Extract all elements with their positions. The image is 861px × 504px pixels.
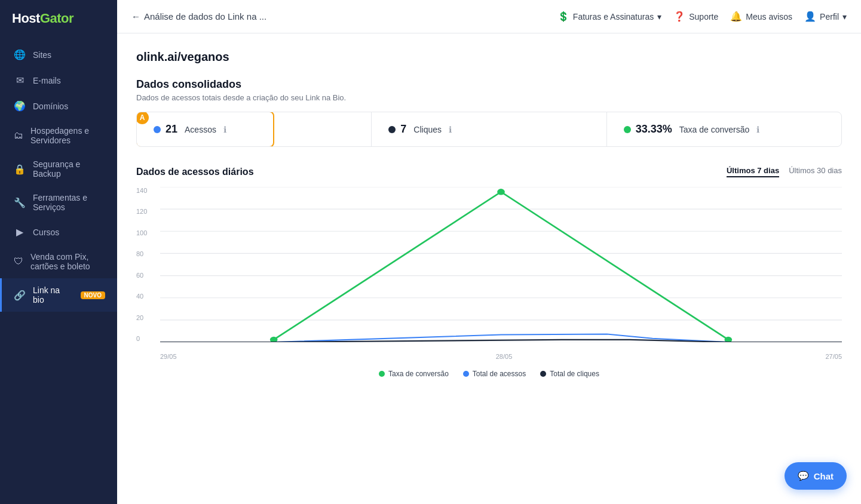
- chart-area: 140 120 100 80 60 40 20 0: [136, 187, 842, 360]
- seguranca-icon: 🔒: [14, 164, 26, 175]
- sidebar-item-label: Venda com Pix, cartões e boleto: [30, 252, 105, 271]
- legend-cliques: Total de cliques: [540, 370, 599, 378]
- sidebar-item-label: Sites: [33, 50, 51, 60]
- acessos-dot: [154, 126, 161, 133]
- legend-conversao: Taxa de conversão: [379, 370, 449, 378]
- x-label-27: 27/05: [825, 353, 842, 360]
- page-url: olink.ai/veganos: [136, 50, 842, 64]
- acessos-label: Acessos: [185, 125, 216, 134]
- legend-dot-conversao: [379, 371, 385, 377]
- legend-label-cliques: Total de cliques: [550, 370, 599, 378]
- question-icon: ❓: [673, 11, 685, 22]
- stat-card-conversao: 33.33% Taxa de conversão ℹ: [607, 112, 841, 146]
- novo-badge: NOVO: [81, 291, 105, 299]
- suporte-label: Suporte: [689, 12, 718, 21]
- stat-card-acessos: 21 Acessos ℹ: [137, 112, 372, 146]
- acessos-value: 21: [166, 123, 177, 136]
- faturas-chevron-icon: ▾: [657, 12, 661, 21]
- conversao-label: Taxa de conversão: [679, 125, 750, 134]
- chart-legend: Taxa de conversão Total de acessos Total…: [136, 370, 842, 378]
- cliques-info-icon[interactable]: ℹ: [449, 125, 452, 134]
- cliques-label: Cliques: [413, 125, 442, 134]
- perfil-menu[interactable]: 👤 Perfil ▾: [804, 11, 847, 22]
- chart-y-axis: 140 120 100 80 60 40 20 0: [136, 187, 155, 342]
- y-label-20: 20: [136, 314, 155, 321]
- stat-card-cliques: 7 Cliques ℹ: [372, 112, 606, 146]
- main-area: ← Análise de dados do Link na ... 💲 Fatu…: [117, 0, 861, 504]
- legend-dot-acessos: [463, 371, 469, 377]
- suporte-link[interactable]: ❓ Suporte: [673, 11, 718, 22]
- sidebar: HostGator 🌐 Sites ✉ E-mails 🌍 Domínios 🗂…: [0, 0, 117, 504]
- chart-x-labels: 29/05 28/05 27/05: [160, 353, 842, 360]
- y-label-0: 0: [136, 335, 155, 342]
- chart-svg: [160, 187, 842, 342]
- legend-label-acessos: Total de acessos: [473, 370, 526, 378]
- faturas-label: Faturas e Assinaturas: [573, 12, 654, 21]
- legend-acessos: Total de acessos: [463, 370, 526, 378]
- topnav-actions: 💲 Faturas e Assinaturas ▾ ❓ Suporte 🔔 Me…: [557, 11, 847, 22]
- avisos-label: Meus avisos: [746, 12, 792, 21]
- y-label-140: 140: [136, 187, 155, 194]
- chat-button[interactable]: 💬 Chat: [785, 462, 847, 490]
- x-label-29: 29/05: [160, 353, 177, 360]
- sidebar-item-venda[interactable]: 🛡 Venda com Pix, cartões e boleto: [0, 245, 117, 278]
- faturas-menu[interactable]: 💲 Faturas e Assinaturas ▾: [557, 11, 661, 22]
- point-conversao-28: [497, 189, 505, 195]
- dollar-icon: 💲: [557, 11, 569, 22]
- logo: HostGator: [0, 0, 117, 37]
- sidebar-item-label: Ferramentas e Serviços: [33, 193, 105, 212]
- sidebar-item-link-bio[interactable]: 🔗 Link na bio NOVO: [0, 278, 117, 312]
- sidebar-nav: 🌐 Sites ✉ E-mails 🌍 Domínios 🗂 Hospedage…: [0, 42, 117, 312]
- conversao-info-icon[interactable]: ℹ: [756, 125, 759, 134]
- bell-icon: 🔔: [730, 11, 742, 22]
- sidebar-item-label: Cursos: [33, 228, 59, 237]
- tab-7dias[interactable]: Últimos 7 dias: [727, 166, 779, 177]
- cursos-icon: ▶: [14, 226, 26, 238]
- link-bio-icon: 🔗: [14, 290, 26, 301]
- avisos-button[interactable]: 🔔 Meus avisos: [730, 11, 792, 22]
- cliques-value: 7: [400, 123, 406, 136]
- page-title: Análise de dados do Link na ...: [144, 11, 266, 21]
- sidebar-item-label: Domínios: [33, 102, 68, 111]
- ferramentas-icon: 🔧: [14, 197, 26, 208]
- stats-cards: A 21 Acessos ℹ 7 Cliques ℹ 33.33% Taxa d…: [136, 112, 842, 147]
- y-label-120: 120: [136, 208, 155, 215]
- conversao-dot: [624, 126, 631, 133]
- y-label-100: 100: [136, 229, 155, 236]
- sidebar-item-sites[interactable]: 🌐 Sites: [0, 42, 117, 67]
- emails-icon: ✉: [14, 75, 26, 86]
- perfil-chevron-icon: ▾: [842, 12, 847, 21]
- legend-label-conversao: Taxa de conversão: [388, 370, 449, 378]
- dominios-icon: 🌍: [14, 100, 26, 112]
- sidebar-item-seguranca[interactable]: 🔒 Segurança e Backup: [0, 152, 117, 186]
- chart-title: Dados de acessos diários: [136, 167, 254, 177]
- tab-30dias[interactable]: Últimos 30 dias: [789, 166, 842, 177]
- chart-header: Dados de acessos diários Últimos 7 dias …: [136, 166, 842, 177]
- chart-tabs: Últimos 7 dias Últimos 30 dias: [727, 166, 842, 177]
- sidebar-item-emails[interactable]: ✉ E-mails: [0, 67, 117, 93]
- sidebar-item-hospedagens[interactable]: 🗂 Hospedagens e Servidores: [0, 119, 117, 152]
- content-area: olink.ai/veganos Dados consolidados Dado…: [117, 33, 861, 504]
- y-label-40: 40: [136, 293, 155, 300]
- sidebar-item-label: Hospedagens e Servidores: [30, 126, 105, 145]
- sidebar-item-label: E-mails: [33, 76, 61, 85]
- line-acessos: [160, 334, 842, 342]
- chart-canvas: [160, 187, 842, 342]
- chat-icon: 💬: [798, 471, 809, 481]
- back-button[interactable]: ← Análise de dados do Link na ...: [131, 11, 266, 21]
- legend-dot-cliques: [540, 371, 546, 377]
- cliques-dot: [388, 126, 396, 133]
- hospedagens-icon: 🗂: [14, 130, 23, 141]
- sidebar-item-dominios[interactable]: 🌍 Domínios: [0, 93, 117, 119]
- conversao-value: 33.33%: [636, 123, 672, 136]
- consolidated-title: Dados consolidados: [136, 78, 842, 91]
- sidebar-item-cursos[interactable]: ▶ Cursos: [0, 219, 117, 245]
- perfil-label: Perfil: [820, 12, 839, 21]
- sidebar-item-label: Segurança e Backup: [33, 159, 105, 179]
- y-label-80: 80: [136, 250, 155, 257]
- x-label-28: 28/05: [496, 353, 513, 360]
- sites-icon: 🌐: [14, 49, 26, 60]
- venda-icon: 🛡: [14, 256, 23, 267]
- acessos-info-icon[interactable]: ℹ: [223, 125, 226, 134]
- sidebar-item-ferramentas[interactable]: 🔧 Ferramentas e Serviços: [0, 186, 117, 219]
